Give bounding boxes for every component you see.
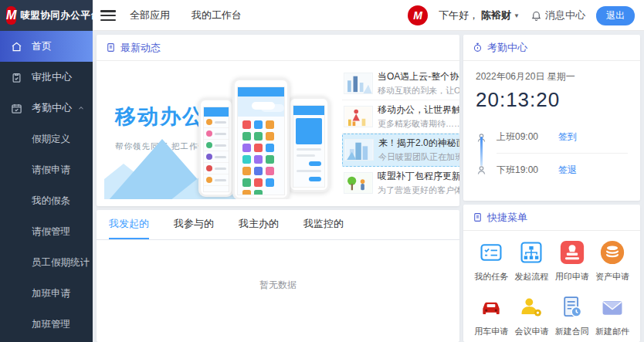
sidebar-sub-overtime-request[interactable]: 加班申请 <box>0 278 93 309</box>
logo-icon: M <box>6 6 16 25</box>
sidebar-item-home[interactable]: 首页 <box>0 31 93 62</box>
bell-icon <box>530 10 542 22</box>
quick-item-label: 发起流程 <box>514 271 548 283</box>
banner-phone-detail <box>288 97 330 192</box>
sidebar-sub-leave-request[interactable]: 请假申请 <box>0 154 93 185</box>
news-thumbnail <box>344 106 373 127</box>
news-item[interactable]: 当OA遇上云-整个协同OA 移动互联的到来，让OA与云 <box>342 67 459 100</box>
asset-icon <box>600 240 625 265</box>
user-avatar[interactable]: M <box>408 5 428 25</box>
news-panel-title: 最新动态 <box>120 41 161 55</box>
attendance-panel-title: 考勤中心 <box>487 41 527 55</box>
car-icon <box>479 295 503 320</box>
quick-item-label: 我的任务 <box>474 271 508 283</box>
sidebar-sub-my-leave-notes[interactable]: 我的假条 <box>0 185 93 216</box>
home-icon <box>11 41 22 52</box>
menu-toggle-icon[interactable] <box>100 8 116 22</box>
quick-item-label: 会议申请 <box>514 326 548 337</box>
news-item[interactable]: 唛盟补丁包程序更新 为了营造更好的客户体验，唛 <box>342 167 459 199</box>
quick-item-vehicle-request[interactable]: 用车申请 <box>471 295 511 337</box>
news-panel: 最新动态 移动办公 帮你领先同行 把工作带出办公室 <box>97 35 459 206</box>
logout-button[interactable]: 退出 <box>596 6 635 25</box>
news-body: 移动办公 帮你领先同行 把工作带出办公室 <box>97 61 459 205</box>
mobile-office-banner: 移动办公 帮你领先同行 把工作带出办公室 <box>104 67 336 199</box>
sidebar-sub-overtime-management[interactable]: 加班管理 <box>0 309 93 340</box>
tab-hosted-by-me[interactable]: 我主办的 <box>239 210 279 239</box>
nav-my-workspace[interactable]: 我的工作台 <box>192 8 242 22</box>
tasks-icon <box>479 240 503 265</box>
news-thumbnail <box>344 172 373 194</box>
quick-menu-title: 快捷菜单 <box>487 211 527 225</box>
caret-down-icon: ▼ <box>514 12 520 19</box>
app-title: 唛盟协同办公平台 <box>20 9 100 22</box>
top-header: M 唛盟协同办公平台 全部应用 我的工作台 M 下午好，陈裕财 ▼ 消息中心 退… <box>0 0 644 31</box>
empty-state-text: 暂无数据 <box>97 240 459 292</box>
banner-phone-apps <box>232 78 290 199</box>
shift-label: 上班09:00 <box>497 130 558 144</box>
news-list: 当OA遇上云-整个协同OA 移动互联的到来，让OA与云 移动办公，让世界触手可 … <box>336 67 459 199</box>
clipboard-icon <box>11 72 22 83</box>
quick-item-start-process[interactable]: 发起流程 <box>511 240 551 283</box>
quick-item-label: 用印申请 <box>555 271 589 283</box>
news-subtitle: 为了营造更好的客户体验，唛 <box>378 185 459 196</box>
news-subtitle: 更多精彩敬请期待…… <box>378 118 459 130</box>
tab-monitored-by-me[interactable]: 我监控的 <box>303 210 344 239</box>
quick-item-new-contract[interactable]: 新建合同 <box>552 295 592 337</box>
news-panel-header: 最新动态 <box>97 35 459 61</box>
sidebar: 首页 审批中心 考勤中心 假期定义 请假申请 我的假条 请假管理 员工假期统计 … <box>0 31 93 342</box>
news-title: 唛盟补丁包程序更新 <box>378 170 459 183</box>
quick-item-meeting-request[interactable]: 会议申请 <box>511 295 551 337</box>
tab-participated-by-me[interactable]: 我参与的 <box>174 210 214 239</box>
mail-icon <box>600 295 625 320</box>
stamp-icon <box>560 240 585 265</box>
news-item-highlighted[interactable]: 来！揭开2.0的神秘面纱~ 今日唛盟团队正在加班加点， <box>342 134 459 168</box>
sidebar-sub-holiday-definition[interactable]: 假期定义 <box>0 124 93 154</box>
quick-item-new-mail[interactable]: 新建邮件 <box>592 295 632 337</box>
quick-item-asset-request[interactable]: 资产申请 <box>592 240 632 283</box>
news-item[interactable]: 移动办公，让世界触手可 更多精彩敬请期待…… <box>342 100 459 134</box>
quick-item-label: 新建邮件 <box>595 326 629 337</box>
news-title: 当OA遇上云-整个协同OA <box>378 70 459 83</box>
quick-item-label: 新建合同 <box>555 326 589 337</box>
news-thumbnail <box>344 73 373 94</box>
attendance-row-checkout: 下班19:00 签退 <box>476 154 628 186</box>
attendance-body: 2022年06月20日 星期一 20:13:20 上班09:00 签到 <box>463 61 640 186</box>
user-name: 陈裕财 <box>481 8 511 22</box>
quick-item-label: 资产申请 <box>595 271 629 283</box>
quick-menu-grid: 我的任务 发起流程 用印申请 资产申请 用车申请 <box>463 231 640 337</box>
nav-all-apps[interactable]: 全部应用 <box>130 8 170 22</box>
attendance-date: 2022年06月20日 星期一 <box>476 70 628 83</box>
sidebar-item-attendance[interactable]: 考勤中心 <box>0 93 93 124</box>
greeting-text: 下午好， <box>439 8 479 22</box>
message-center[interactable]: 消息中心 <box>530 8 585 22</box>
user-menu[interactable]: 下午好，陈裕财 ▼ <box>439 8 520 22</box>
chevron-up-icon <box>77 104 85 112</box>
attendance-row-checkin: 上班09:00 签到 <box>476 121 628 154</box>
sidebar-item-label: 首页 <box>32 39 85 53</box>
tasks-panel: 我发起的 我参与的 我主办的 我监控的 暂无数据 <box>97 210 459 342</box>
banner-headline: 移动办公 <box>115 103 205 130</box>
sidebar-item-approval[interactable]: 审批中心 <box>0 62 93 93</box>
news-subtitle: 今日唛盟团队正在加班加点， <box>378 151 459 163</box>
quick-menu-header: 快捷菜单 <box>463 205 640 231</box>
sidebar-item-label: 审批中心 <box>32 70 85 84</box>
flow-icon <box>519 240 544 265</box>
top-nav: 全部应用 我的工作台 <box>130 0 242 31</box>
sidebar-sub-staff-holiday-stats[interactable]: 员工假期统计 <box>0 247 93 278</box>
check-in-link[interactable]: 签到 <box>558 130 577 144</box>
news-thumbnail <box>344 139 374 161</box>
attendance-panel-header: 考勤中心 <box>463 35 640 61</box>
tab-initiated-by-me[interactable]: 我发起的 <box>109 210 149 239</box>
message-center-label: 消息中心 <box>545 8 585 22</box>
brand: M 唛盟协同办公平台 <box>0 0 93 31</box>
contract-icon <box>560 295 585 320</box>
check-out-link[interactable]: 签退 <box>558 164 577 177</box>
quick-item-seal-request[interactable]: 用印申请 <box>552 240 592 283</box>
meeting-icon <box>519 295 544 320</box>
quick-item-my-tasks[interactable]: 我的任务 <box>471 240 511 283</box>
attendance-panel: 考勤中心 2022年06月20日 星期一 20:13:20 上班09:00 签到 <box>463 35 640 201</box>
sidebar-sub-leave-management[interactable]: 请假管理 <box>0 216 93 247</box>
app-root: M 唛盟协同办公平台 全部应用 我的工作台 M 下午好，陈裕财 ▼ 消息中心 退… <box>0 0 644 342</box>
timeline-connector <box>480 137 483 166</box>
sidebar-item-label: 考勤中心 <box>32 101 77 115</box>
